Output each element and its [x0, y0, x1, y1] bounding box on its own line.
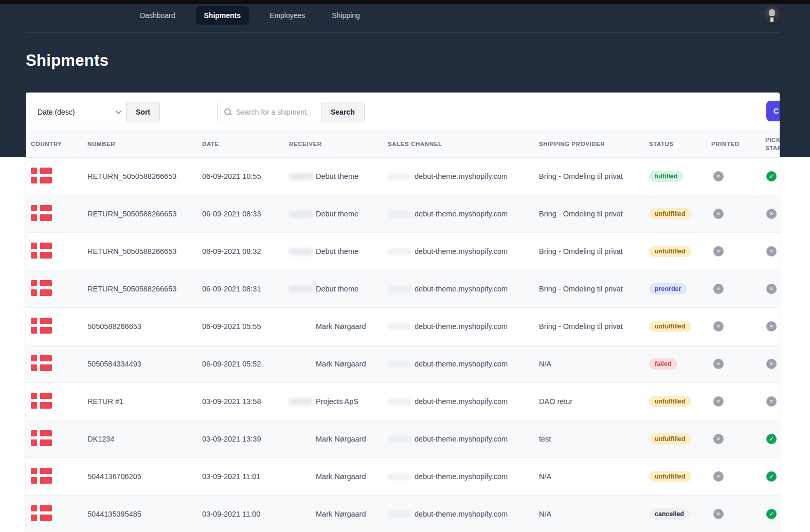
printed-status-icon: ✕: [713, 171, 724, 181]
nav-item-employees[interactable]: Employees: [263, 6, 311, 25]
table-body: RETURN_5050588266653 06-09-2021 10:55 De…: [26, 158, 780, 532]
table-row[interactable]: 5050584334493 06-09-2021 05:52 Mark Nørg…: [26, 345, 780, 383]
table-row[interactable]: DK1234 03-09-2021 13:39 Mark Nørgaard de…: [26, 420, 780, 458]
country-cell: [26, 205, 82, 223]
app-screen: Dashboard Shipments Employees Shipping S…: [0, 0, 810, 532]
country-cell: [26, 280, 82, 298]
redacted-text: [388, 361, 411, 368]
printed-cell: ✕: [706, 171, 759, 181]
pickup-cell: ✓: [759, 434, 780, 444]
status-cell: unfulfilled: [644, 471, 706, 482]
redacted-text: [388, 511, 411, 518]
receiver-name: Mark Nørgaard: [316, 435, 366, 443]
sales-channel-cell: debut-theme.myshopify.com: [383, 472, 534, 481]
shipping-provider: Bring - Omdeling til privat: [534, 210, 644, 218]
header-divider: [26, 32, 780, 32]
printed-status-icon: ✕: [713, 209, 724, 219]
printed-status-icon: ✕: [713, 321, 724, 332]
country-cell: [26, 168, 82, 185]
receiver-cell: Debut theme: [284, 285, 383, 293]
pickup-cell: ✕: [759, 321, 780, 332]
status-cell: unfulfilled: [644, 321, 706, 332]
printed-cell: ✕: [706, 434, 759, 444]
table-row[interactable]: 5044135395485 03-09-2021 11:00 Mark Nørg…: [26, 496, 780, 532]
denmark-flag-icon: [31, 468, 52, 484]
table-row[interactable]: RETURN_5050588266653 06-09-2021 10:55 De…: [26, 158, 780, 195]
country-cell: [26, 468, 82, 485]
shipping-provider: Bring - Omdeling til privat: [534, 247, 644, 255]
redacted-text: [289, 398, 313, 405]
status-badge: unfulfilled: [649, 208, 691, 219]
receiver-cell: Mark Nørgaard: [284, 510, 383, 518]
shipment-number: RETURN_5050588266653: [82, 247, 197, 255]
sales-channel: debut-theme.myshopify.com: [415, 322, 508, 331]
sales-channel-cell: debut-theme.myshopify.com: [383, 435, 534, 443]
redacted-text: [289, 173, 313, 180]
pickup-cell: ✓: [759, 471, 780, 482]
column-header-country: COUNTRY: [26, 140, 82, 149]
column-header-receiver: RECEIVER: [284, 140, 383, 149]
shipment-date: 06-09-2021 08:32: [197, 247, 284, 255]
pickup-cell: ✕: [759, 396, 780, 407]
pickup-status-icon: ✕: [766, 396, 777, 407]
table-row[interactable]: 5050588266653 06-09-2021 05:55 Mark Nørg…: [26, 308, 780, 345]
status-badge: fulfilled: [649, 171, 683, 182]
denmark-flag-icon: [31, 318, 52, 334]
sort-select[interactable]: Date (desc): [30, 102, 127, 122]
printed-cell: ✕: [706, 246, 759, 256]
search-input[interactable]: [236, 108, 313, 116]
sales-channel-cell: debut-theme.myshopify.com: [383, 397, 534, 406]
receiver-name: Mark Nørgaard: [316, 472, 366, 481]
shipment-number: 5050584334493: [82, 360, 197, 368]
column-header-sales-channel: SALES CHANNEL: [383, 140, 534, 149]
sales-channel-cell: debut-theme.myshopify.com: [383, 285, 534, 293]
sort-button[interactable]: Sort: [127, 102, 160, 122]
printed-cell: ✕: [706, 509, 759, 519]
pickup-status-icon: ✕: [766, 284, 777, 294]
denmark-flag-icon: [31, 430, 52, 446]
create-button[interactable]: C: [766, 101, 780, 121]
browser-top-strip: [0, 0, 810, 4]
shipments-card: Date (desc) Sort Search C COUNTRY NUMBER…: [26, 93, 780, 532]
receiver-name: Mark Nørgaard: [316, 360, 366, 368]
table-row[interactable]: RETURN_5050588266653 06-09-2021 08:33 De…: [26, 195, 780, 233]
printed-status-icon: ✕: [713, 246, 724, 256]
receiver-cell: Debut theme: [284, 247, 383, 255]
table-row[interactable]: 5044136706205 03-09-2021 11:01 Mark Nørg…: [26, 458, 780, 496]
nav-item-shipping[interactable]: Shipping: [326, 6, 366, 25]
chevron-down-icon: [116, 108, 121, 114]
sales-channel-cell: debut-theme.myshopify.com: [383, 247, 534, 255]
status-cell: failed: [644, 358, 706, 370]
receiver-name: Debut theme: [316, 210, 358, 218]
receiver-cell: Debut theme: [284, 210, 383, 218]
status-badge: unfulfilled: [649, 246, 691, 257]
country-cell: [26, 243, 82, 260]
shipment-date: 06-09-2021 05:52: [197, 360, 284, 368]
country-cell: [26, 355, 82, 373]
redacted-text: [388, 323, 411, 330]
country-cell: [26, 505, 82, 523]
receiver-name: Mark Nørgaard: [316, 322, 366, 331]
table-row[interactable]: RETURN_5050588266653 06-09-2021 08:32 De…: [26, 233, 780, 270]
table-row[interactable]: RETUR #1 03-09-2021 13:58 Projects ApS d…: [26, 383, 780, 420]
shipping-provider: N/A: [534, 510, 644, 518]
sales-channel-cell: debut-theme.myshopify.com: [383, 322, 534, 331]
status-cell: cancelled: [644, 508, 706, 520]
sales-channel: debut-theme.myshopify.com: [415, 397, 508, 406]
receiver-name: Debut theme: [316, 172, 358, 180]
search-button[interactable]: Search: [321, 102, 365, 122]
user-avatar[interactable]: [763, 6, 781, 25]
sort-group: Date (desc) Sort: [30, 102, 160, 122]
receiver-name: Mark Nørgaard: [316, 510, 366, 518]
shipment-number: DK1234: [82, 435, 197, 443]
nav-item-dashboard[interactable]: Dashboard: [134, 6, 182, 25]
pickup-cell: ✓: [759, 171, 780, 181]
sales-channel: debut-theme.myshopify.com: [415, 247, 508, 255]
table-row[interactable]: RETURN_5050588266653 06-09-2021 08:31 De…: [26, 270, 780, 308]
printed-cell: ✕: [706, 209, 759, 219]
pickup-cell: ✕: [759, 284, 780, 294]
sales-channel-cell: debut-theme.myshopify.com: [383, 510, 534, 518]
search-icon: [224, 108, 232, 116]
nav-item-shipments[interactable]: Shipments: [196, 6, 249, 25]
column-header-shipping-provider: SHIPPING PROVIDER: [534, 140, 644, 149]
